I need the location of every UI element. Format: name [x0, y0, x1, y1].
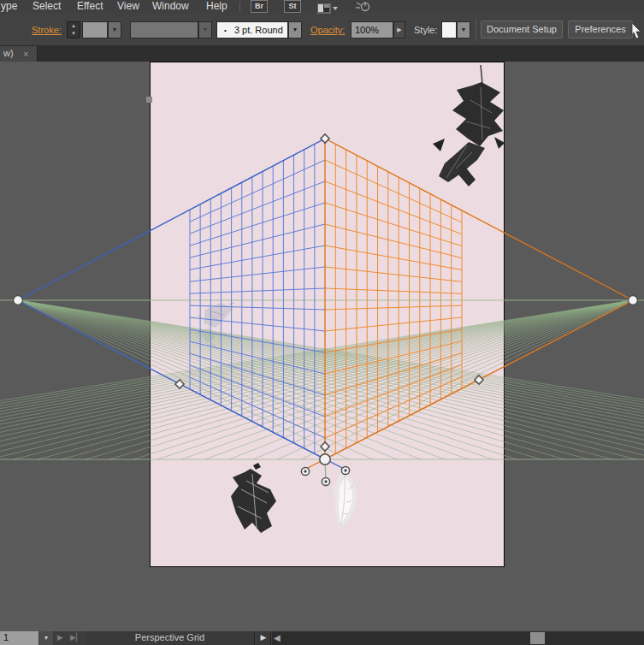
right-ground-level-handle-dot: [344, 469, 346, 471]
status-menu-icon[interactable]: ▶: [257, 631, 271, 645]
artboard-number-dropdown-icon[interactable]: ▼: [39, 631, 53, 645]
stock-icon[interactable]: St: [284, 0, 301, 13]
bridge-icon[interactable]: Br: [251, 0, 268, 13]
brush-dropdown-icon[interactable]: ▼: [288, 21, 302, 38]
right-vanishing-point-handle[interactable]: [629, 296, 638, 305]
status-bar: 1 ▼ ▶ ▶▏ Perspective Grid ▶ ◀: [0, 631, 644, 645]
stroke-weight-value[interactable]: [82, 21, 108, 38]
artboard-number-field[interactable]: 1: [0, 631, 38, 645]
right-plane-top-extent: [325, 139, 633, 300]
pointer-cursor-icon: [630, 22, 644, 44]
menu-view[interactable]: View: [117, 0, 139, 14]
next-artboard-icon[interactable]: ▶: [57, 631, 63, 645]
horizontal-scrollbar[interactable]: ◀: [272, 631, 644, 645]
menu-select[interactable]: Select: [32, 0, 61, 14]
left-vanishing-point-handle[interactable]: [14, 296, 23, 305]
width-profile-dropdown-icon[interactable]: ▼: [198, 21, 212, 38]
menu-help[interactable]: Help: [206, 0, 227, 14]
document-tab[interactable]: w) ×: [0, 46, 38, 62]
left-plane-top-extent: [18, 139, 325, 300]
brush-bullet: •: [224, 27, 227, 34]
style-dropdown-icon[interactable]: ▼: [457, 21, 470, 38]
last-artboard-icon[interactable]: ▶▏: [70, 631, 82, 645]
style-swatch[interactable]: [441, 21, 457, 38]
document-tab-label: w): [3, 48, 14, 58]
scrollbar-thumb[interactable]: [530, 632, 545, 644]
perspective-grid: [0, 62, 644, 631]
stepper-up-icon[interactable]: ▲: [68, 22, 80, 30]
ground-plane-handle-dot: [324, 480, 327, 482]
scroll-left-icon[interactable]: ◀: [274, 631, 286, 645]
menubar-separator: [239, 2, 240, 12]
menu-bar: ype Select Effect View Window Help Br St: [0, 0, 644, 14]
left-ground-level-handle-dot: [304, 470, 306, 472]
preferences-button[interactable]: Preferences: [568, 21, 633, 38]
stroke-weight-dropdown-icon[interactable]: ▼: [108, 21, 121, 38]
menu-type[interactable]: ype: [1, 0, 17, 14]
apex-extent-handle[interactable]: [321, 134, 329, 143]
document-tab-bar: w) ×: [0, 46, 644, 62]
menu-window[interactable]: Window: [152, 0, 189, 14]
tab-close-icon[interactable]: ×: [23, 47, 28, 62]
stepper-down-icon[interactable]: ▼: [68, 30, 80, 38]
controlbar-separator: [476, 19, 476, 41]
stroke-weight-stepper[interactable]: ▲ ▼: [67, 21, 80, 38]
document-setup-button[interactable]: Document Setup: [481, 21, 563, 38]
grid-origin-handle[interactable]: [320, 454, 330, 465]
opacity-link[interactable]: Opacity:: [310, 25, 345, 35]
document-canvas[interactable]: [0, 62, 644, 631]
stroke-link[interactable]: Stroke:: [32, 25, 62, 35]
style-label: Style:: [414, 25, 438, 35]
status-display[interactable]: Perspective Grid: [86, 631, 255, 645]
menu-effect[interactable]: Effect: [77, 0, 103, 14]
opacity-slider-icon[interactable]: ▶: [393, 21, 405, 38]
width-profile-dropdown[interactable]: [130, 21, 198, 38]
opacity-value-field[interactable]: 100%: [351, 21, 393, 38]
brush-definition-field[interactable]: • 3 pt. Round: [216, 21, 288, 38]
control-bar: Stroke: ▲ ▼ ▼ ▼ • 3 pt. Round ▼ Opacity:…: [0, 14, 644, 46]
brush-value: 3 pt. Round: [234, 25, 283, 35]
